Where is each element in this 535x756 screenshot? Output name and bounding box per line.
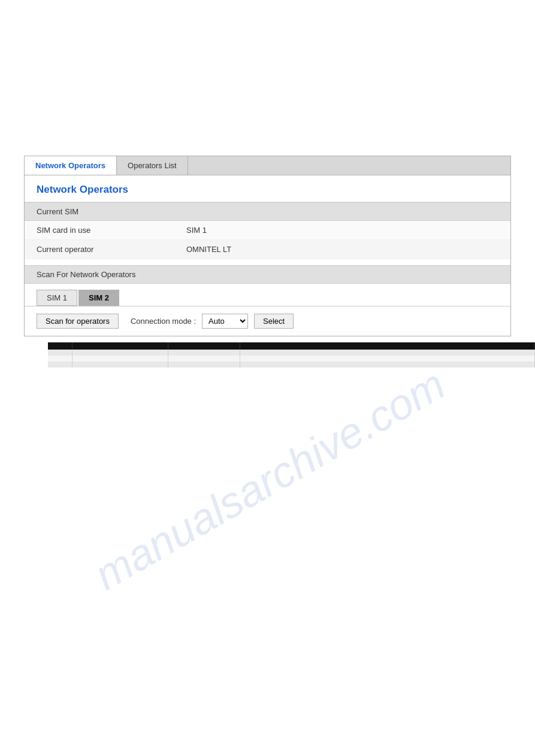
- sim-tab-2[interactable]: SIM 2: [78, 290, 119, 306]
- current-operator-label: Current operator: [37, 245, 186, 254]
- watermark: manualsarchive.com: [86, 359, 454, 599]
- cell-2-3: [168, 356, 240, 362]
- cell-2-2: [72, 356, 168, 362]
- table-header-row: [48, 342, 535, 350]
- cell-3-1: [48, 362, 72, 368]
- panel-body: Network Operators Current SIM SIM card i…: [25, 175, 510, 336]
- connection-mode-select[interactable]: Auto Manual: [202, 314, 248, 329]
- cell-1-2: [72, 350, 168, 356]
- select-button[interactable]: Select: [254, 314, 294, 329]
- sim-tab-bar: SIM 1 SIM 2: [25, 284, 510, 306]
- network-operators-panel: Network Operators Operators List Network…: [24, 156, 511, 336]
- col-1-header: [48, 342, 72, 350]
- tab-network-operators[interactable]: Network Operators: [25, 156, 117, 175]
- sim-tab-1[interactable]: SIM 1: [37, 290, 77, 306]
- sim-card-value: SIM 1: [186, 226, 207, 235]
- col-2-header: [72, 342, 168, 350]
- tab-operators-list[interactable]: Operators List: [117, 156, 188, 175]
- table-row: [48, 362, 535, 368]
- table-row: [48, 350, 535, 356]
- scan-for-operators-button[interactable]: Scan for operators: [37, 314, 119, 329]
- col-3-header: [168, 342, 240, 350]
- col-4-header: [240, 342, 535, 350]
- scan-section-header: Scan For Network Operators: [25, 265, 510, 284]
- operators-table: [48, 342, 535, 368]
- scan-row: Scan for operators Connection mode : Aut…: [25, 306, 510, 336]
- current-sim-section-header: Current SIM: [25, 202, 510, 221]
- table-row: [48, 356, 535, 362]
- current-operator-value: OMNITEL LT: [186, 245, 231, 254]
- operators-table-section: [24, 342, 511, 368]
- cell-2-4: [240, 356, 535, 362]
- sim-card-label: SIM card in use: [37, 226, 186, 235]
- cell-1-3: [168, 350, 240, 356]
- cell-3-4: [240, 362, 535, 368]
- cell-3-3: [168, 362, 240, 368]
- cell-1-4: [240, 350, 535, 356]
- cell-1-1: [48, 350, 72, 356]
- connection-mode-label: Connection mode :: [131, 317, 196, 326]
- cell-2-1: [48, 356, 72, 362]
- sim-card-row: SIM card in use SIM 1: [25, 221, 510, 240]
- page-title: Network Operators: [25, 175, 510, 202]
- tab-bar: Network Operators Operators List: [25, 156, 510, 175]
- current-operator-row: Current operator OMNITEL LT: [25, 240, 510, 259]
- cell-3-2: [72, 362, 168, 368]
